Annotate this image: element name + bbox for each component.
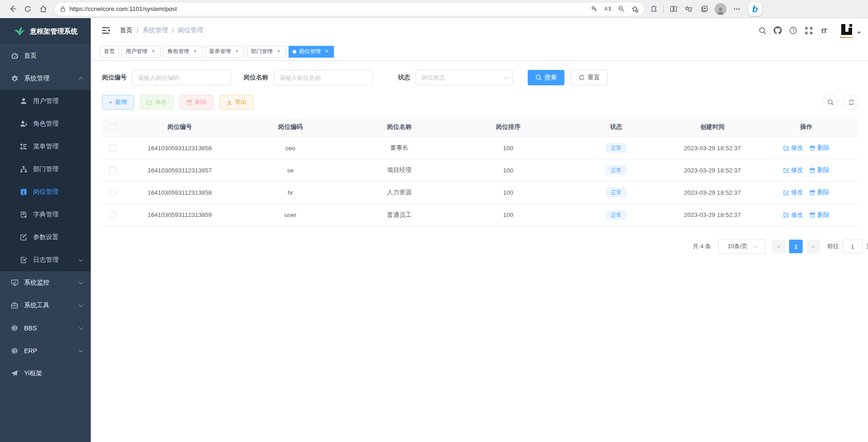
sidebar-item-erp[interactable]: ERP <box>0 339 91 362</box>
page-number-button[interactable]: 1 <box>789 240 803 253</box>
col-header-post-code: 岗位编码 <box>236 123 345 131</box>
sidebar-item-system[interactable]: 系统管理 <box>0 67 91 90</box>
user-avatar-menu[interactable] <box>840 23 861 38</box>
collapse-sidebar-icon[interactable] <box>98 23 113 38</box>
row-checkbox[interactable] <box>109 189 116 196</box>
col-header-actions: 操作 <box>755 123 858 131</box>
cell-post-sort: 100 <box>454 145 563 152</box>
favorites-list-icon[interactable] <box>681 2 696 16</box>
row-edit-link[interactable]: 修改 <box>783 211 803 219</box>
breadcrumb-separator: / <box>137 27 138 34</box>
status-select[interactable]: 岗位状态 <box>416 70 513 85</box>
delete-button[interactable]: 删除 <box>180 95 214 110</box>
sidebar-item-params[interactable]: 参数设置 <box>0 226 91 249</box>
row-edit-link[interactable]: 修改 <box>783 188 803 196</box>
sidebar-item-tools[interactable]: 系统工具 <box>0 294 91 317</box>
log-edit-icon <box>20 256 28 264</box>
cell-created: 2023-03-29 18:52:37 <box>670 145 755 152</box>
sidebar-item-dict-mgmt[interactable]: 字典管理 <box>0 203 91 226</box>
add-button[interactable]: + 新增 <box>102 95 134 110</box>
tab-role-mgmt[interactable]: 角色管理× <box>163 46 202 58</box>
password-key-icon[interactable] <box>587 2 601 16</box>
table-header-row: 岗位编号 岗位编码 岗位名称 岗位排序 状态 创建时间 操作 <box>102 117 858 137</box>
post-name-input[interactable] <box>274 70 373 85</box>
row-delete-link[interactable]: 删除 <box>809 211 829 219</box>
row-checkbox[interactable] <box>109 167 116 174</box>
font-size-icon[interactable]: tT <box>816 23 832 38</box>
refresh-icon[interactable] <box>20 2 35 16</box>
org-tree-icon <box>20 166 28 173</box>
tab-user-mgmt[interactable]: 用户管理× <box>122 46 161 58</box>
edit-button[interactable]: 修改 <box>140 95 174 110</box>
search-button[interactable]: 搜索 <box>528 70 564 85</box>
user-icon <box>20 98 28 105</box>
export-button[interactable]: 导出 <box>220 95 254 110</box>
github-icon[interactable] <box>770 23 785 38</box>
profile-avatar[interactable] <box>715 3 726 15</box>
address-bar[interactable]: https://ccnetcore.com:1101/system/post A <box>54 2 644 16</box>
sidebar-item-bbs[interactable]: BBS <box>0 317 91 339</box>
settings-menu-icon[interactable] <box>729 2 745 16</box>
tab-menu-mgmt[interactable]: 菜单管理× <box>205 46 244 58</box>
sidebar-item-menu-mgmt[interactable]: 菜单管理 <box>0 135 91 158</box>
sidebar-item-home[interactable]: 首页 <box>0 44 91 67</box>
sidebar-item-monitor[interactable]: 系统监控 <box>0 271 91 294</box>
row-delete-link[interactable]: 删除 <box>809 166 829 174</box>
app-logo[interactable]: 意框架管理系统 <box>0 18 91 44</box>
sidebar-item-dept-mgmt[interactable]: 部门管理 <box>0 158 91 181</box>
home-icon[interactable] <box>35 2 51 16</box>
cell-post-code: se <box>236 167 345 174</box>
read-aloud-icon[interactable]: A <box>601 2 614 16</box>
close-icon[interactable]: × <box>234 49 240 55</box>
row-checkbox[interactable] <box>109 145 116 152</box>
tab-post-mgmt[interactable]: 岗位管理× <box>289 46 334 58</box>
col-header-post-name: 岗位名称 <box>345 123 454 131</box>
sidebar-item-role-mgmt[interactable]: 角色管理 <box>0 113 91 135</box>
reset-button[interactable]: 重置 <box>571 70 608 85</box>
close-icon[interactable]: × <box>150 49 157 55</box>
breadcrumb-home[interactable]: 首页 <box>120 26 132 34</box>
bing-chat-icon[interactable]: b <box>748 2 762 16</box>
prev-page-button[interactable]: < <box>772 240 785 253</box>
chevron-down-icon <box>79 280 83 285</box>
header-search-icon[interactable] <box>755 23 770 38</box>
select-all-checkbox[interactable] <box>109 123 116 130</box>
close-icon[interactable]: × <box>324 49 330 55</box>
tab-dept-mgmt[interactable]: 部门管理× <box>247 46 286 58</box>
help-icon[interactable]: ? <box>785 23 801 38</box>
row-checkbox[interactable] <box>109 211 116 218</box>
refresh-table-icon[interactable] <box>843 94 859 110</box>
cell-post-name: 项目经理 <box>345 166 454 174</box>
tab-home[interactable]: 首页 <box>100 46 119 58</box>
sidebar-item-yi[interactable]: Yi框架 <box>0 362 91 385</box>
show-search-toggle-icon[interactable] <box>823 94 838 110</box>
sidebar-item-user-mgmt[interactable]: 用户管理 <box>0 90 91 113</box>
post-code-input[interactable] <box>132 70 231 85</box>
total-count: 共 4 条 <box>693 242 711 250</box>
back-icon[interactable] <box>5 2 20 16</box>
row-delete-link[interactable]: 删除 <box>809 188 829 196</box>
favorite-add-star-icon[interactable] <box>628 2 642 16</box>
pagination: 共 4 条 10条/页 < 1 > 前往 页 <box>102 239 868 254</box>
row-edit-link[interactable]: 修改 <box>783 166 803 174</box>
goto-page-input[interactable] <box>843 240 863 253</box>
cell-post-id: 1641030593112313858 <box>123 189 236 196</box>
close-icon[interactable]: × <box>192 49 198 55</box>
monitor-icon <box>11 279 19 287</box>
url-text[interactable]: https://ccnetcore.com:1101/system/post <box>69 5 587 12</box>
split-screen-icon[interactable] <box>666 2 681 16</box>
row-edit-link[interactable]: 修改 <box>783 144 803 152</box>
next-page-button[interactable]: > <box>806 240 820 253</box>
zoom-out-icon[interactable] <box>614 2 628 16</box>
page-size-select[interactable]: 10条/页 <box>718 239 765 254</box>
collections-icon[interactable] <box>696 2 712 16</box>
row-delete-link[interactable]: 删除 <box>809 144 829 152</box>
close-icon[interactable]: × <box>275 49 282 55</box>
sidebar-item-post-mgmt[interactable]: 岗位管理 <box>0 181 91 203</box>
sidebar-item-logs[interactable]: 日志管理 <box>0 249 91 271</box>
fullscreen-icon[interactable] <box>801 23 816 38</box>
dashboard-icon <box>11 52 19 60</box>
extensions-icon[interactable] <box>646 2 662 16</box>
app-title: 意框架管理系统 <box>30 27 78 36</box>
cell-post-code: hr <box>236 189 345 196</box>
